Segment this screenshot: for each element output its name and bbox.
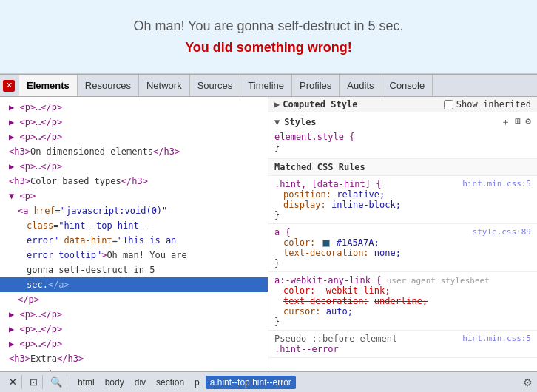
css-value: none; <box>374 248 401 258</box>
tab-audits[interactable]: Audits <box>340 75 382 96</box>
style-more-button[interactable]: ⚙ <box>525 115 531 129</box>
css-selector: .hint, [data-hint] { <box>274 179 382 189</box>
user-agent-note: user agent stylesheet <box>387 276 490 285</box>
tab-sources[interactable]: Sources <box>190 75 241 96</box>
computed-style-arrow-icon[interactable]: ▶ <box>274 99 280 109</box>
close-devtools-button[interactable]: ✕ <box>3 80 15 92</box>
css-selector: element.style { <box>274 132 354 142</box>
tab-profiles[interactable]: Profiles <box>292 75 340 96</box>
styles-label: Styles <box>284 117 316 127</box>
html-line: error tooltip">Oh man! You are <box>0 248 268 263</box>
breadcrumb: html body div section p a.hint--top.hint… <box>73 376 520 389</box>
css-selector: a { <box>274 227 291 237</box>
html-line: ▶ <p>…</p> <box>0 159 268 174</box>
html-line: error" data-hint="This is an <box>0 233 268 248</box>
element-style-rule: element.style { } <box>274 132 531 152</box>
tab-timeline[interactable]: Timeline <box>240 75 292 96</box>
css-value: relative; <box>337 189 385 200</box>
show-inherited-label: Show inherited <box>456 99 531 109</box>
css-value: inline-block; <box>331 200 401 210</box>
page-line1: Oh man! You are gonna self-destruct in 5… <box>133 18 403 34</box>
css-brace: } <box>274 258 280 268</box>
html-line: <a href="javascript:void(0)" <box>0 203 268 218</box>
show-inherited-checkbox[interactable] <box>444 100 453 109</box>
settings-icon[interactable]: ⚙ <box>523 376 533 388</box>
computed-style-bar: ▶ Computed Style Show inherited <box>268 97 537 112</box>
html-line: <h3>On dimensioned elements</h3> <box>0 144 268 159</box>
tab-console[interactable]: Console <box>382 75 433 96</box>
styles-panel: ▶ Computed Style Show inherited ▼ Styles… <box>268 97 537 371</box>
styles-section: ▼ Styles ＋ ⊞ ⚙ element.style { } <box>268 112 537 159</box>
search-button[interactable]: 🔍 <box>46 375 67 389</box>
css-property: position: <box>283 189 331 200</box>
html-line: class="hint--top hint-- <box>0 218 268 233</box>
styles-toolbar: ＋ ⊞ ⚙ <box>501 115 531 129</box>
pseudo-label: Pseudo ::before element <box>274 334 397 344</box>
css-value: #1A5A7A; <box>337 237 379 248</box>
tab-elements[interactable]: Elements <box>19 75 78 96</box>
pseudo-hint-selector: .hint--error <box>274 344 339 354</box>
html-line: ▶ <p>…</p> <box>0 337 268 351</box>
breadcrumb-section[interactable]: section <box>152 376 189 389</box>
show-inherited-section: Show inherited <box>444 99 531 109</box>
css-source-link[interactable]: style.css:89 <box>473 227 531 237</box>
html-line: ▶ <p>…</p> <box>0 115 268 129</box>
css-brace: } <box>274 210 280 220</box>
css-property: text-decoration: <box>283 248 369 258</box>
devtools-panel: ✕ Elements Resources Network Sources Tim… <box>0 74 537 392</box>
css-selector: a:-webkit-any-link { <box>274 275 382 285</box>
breadcrumb-p[interactable]: p <box>190 376 204 389</box>
page-line2: You did something wrong! <box>185 40 352 55</box>
css-property: text-decoration: <box>283 296 369 306</box>
css-property: color: <box>283 285 315 296</box>
html-line: ▶ <p>…</p> <box>0 100 268 115</box>
css-source-link[interactable]: hint.min.css:5 <box>462 179 531 189</box>
add-style-button[interactable]: ＋ <box>501 115 510 129</box>
css-property: color: <box>283 237 315 248</box>
tab-bar: ✕ Elements Resources Network Sources Tim… <box>0 75 537 97</box>
css-brace: } <box>274 317 280 327</box>
breadcrumb-body[interactable]: body <box>101 376 129 389</box>
breadcrumb-active[interactable]: a.hint--top.hint--error <box>206 376 296 389</box>
html-line: ▶ <p>…</p> <box>0 366 268 371</box>
tab-network[interactable]: Network <box>139 75 190 96</box>
bottom-bar: ✕ ⊡ 🔍 html body div section p a.hint--to… <box>0 371 537 392</box>
css-value: auto; <box>326 306 353 317</box>
main-content: ▶ <p>…</p> ▶ <p>…</p> ▶ <p>…</p> <h3>On … <box>0 97 537 371</box>
breadcrumb-html[interactable]: html <box>73 376 99 389</box>
css-rule-hint: .hint, [data-hint] { hint.min.css:5 posi… <box>268 176 537 224</box>
html-line: ▶ <p>…</p> <box>0 307 268 322</box>
matched-rules-header: Matched CSS Rules <box>268 159 537 176</box>
html-line: ▼ <p> <box>0 189 268 203</box>
computed-style-label: Computed Style <box>283 99 357 109</box>
pseudo-source-link[interactable]: hint.min.css:5 <box>462 334 531 343</box>
styles-arrow-icon[interactable]: ▼ <box>274 117 280 127</box>
page-preview: Oh man! You are gonna self-destruct in 5… <box>0 0 537 74</box>
css-property: cursor: <box>283 306 321 317</box>
css-value: -webkit-link; <box>321 285 391 296</box>
css-property: display: <box>283 200 326 210</box>
css-rule-a: a { style.css:89 color: #1A5A7A; text-de… <box>268 224 537 272</box>
css-rule-webkit: a:-webkit-any-link { user agent styleshe… <box>268 272 537 331</box>
html-line: <h3>Color based types</h3> <box>0 174 268 189</box>
html-line: gonna self-destruct in 5 <box>0 263 268 277</box>
styles-header: ▼ Styles ＋ ⊞ ⚙ <box>274 115 531 129</box>
html-line: ▶ <p>…</p> <box>0 129 268 144</box>
html-line: </p> <box>0 292 268 307</box>
html-panel[interactable]: ▶ <p>…</p> ▶ <p>…</p> ▶ <p>…</p> <h3>On … <box>0 97 268 371</box>
style-settings-button[interactable]: ⊞ <box>515 115 521 129</box>
select-element-button[interactable]: ⊡ <box>25 375 43 389</box>
html-line: ▶ <p>…</p> <box>0 322 268 337</box>
inspect-button[interactable]: ✕ <box>4 375 22 389</box>
css-value: underline; <box>374 296 428 306</box>
html-line: <h3>Extra</h3> <box>0 351 268 366</box>
breadcrumb-div[interactable]: div <box>130 376 150 389</box>
tab-resources[interactable]: Resources <box>78 75 139 96</box>
html-line-selected[interactable]: sec.</a> <box>0 277 268 292</box>
pseudo-section: Pseudo ::before element hint.min.css:5 .… <box>268 331 537 358</box>
css-brace: } <box>274 142 280 152</box>
color-swatch <box>322 240 330 247</box>
